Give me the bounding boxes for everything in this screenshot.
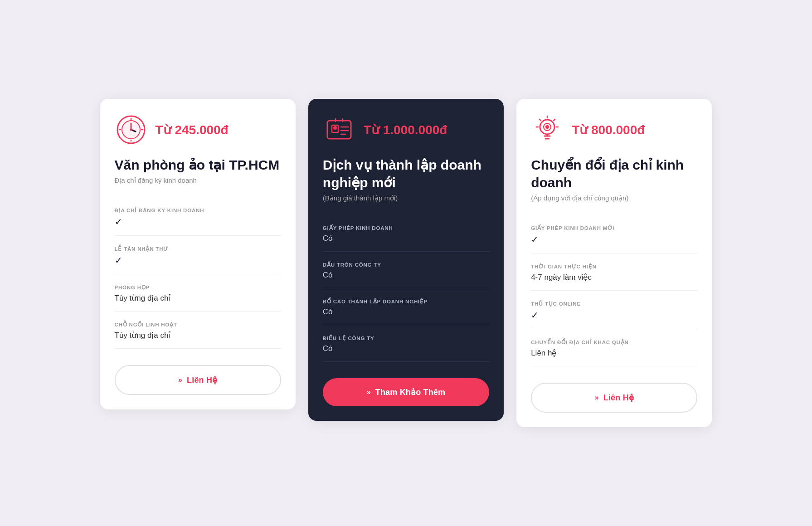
feature-label-3: CHỖ NGỒI LINH HOẠT	[115, 321, 281, 328]
feature-value-0: Có	[323, 234, 489, 252]
feature-value-3: Có	[323, 344, 489, 362]
svg-point-12	[333, 126, 337, 130]
card-virtual-office: Từ 245.000đVăn phòng ảo tại TP.HCMĐịa ch…	[100, 99, 296, 409]
feature-label-2: THỦ TỤC ONLINE	[531, 301, 697, 307]
feature-value-2: Có	[323, 307, 489, 325]
id-card-icon	[323, 113, 355, 146]
feature-value-1: ✓	[115, 255, 281, 274]
svg-line-27	[540, 119, 541, 121]
svg-rect-10	[327, 121, 351, 139]
card-subtitle: (Áp dụng với địa chỉ cùng quận)	[531, 194, 697, 202]
chevrons-icon: »	[595, 394, 599, 402]
card-address-change: Từ 800.000đChuyển đổi địa chỉ kinh doanh…	[516, 99, 712, 427]
feature-label-2: BỔ CÁO THÀNH LẬP DOANH NGHIỆP	[323, 298, 489, 305]
card-header: Từ 1.000.000đ	[323, 113, 489, 146]
feature-value-1: Có	[323, 271, 489, 288]
cards-container: Từ 245.000đVăn phòng ảo tại TP.HCMĐịa ch…	[100, 99, 712, 427]
cta-button-company-establishment[interactable]: »Tham Khảo Thêm	[323, 378, 489, 406]
svg-line-28	[554, 119, 555, 121]
button-label: Tham Khảo Thêm	[375, 387, 446, 397]
card-price: Từ 245.000đ	[156, 122, 229, 137]
card-subtitle: Địa chỉ đăng ký kinh doanh	[115, 176, 281, 185]
feature-label-3: CHUYỂN ĐỔI ĐỊA CHỈ KHÁC QUẬN	[531, 339, 697, 346]
card-subtitle: (Bảng giá thành lập mới)	[323, 194, 489, 202]
svg-point-5	[130, 129, 132, 131]
card-title: Văn phòng ảo tại TP.HCM	[115, 156, 281, 174]
feature-value-2: ✓	[531, 310, 697, 329]
lightbulb-icon	[531, 113, 564, 146]
feature-label-3: ĐIỀU LỆ CÔNG TY	[323, 335, 489, 341]
feature-label-2: PHÒNG HỌP	[115, 284, 281, 291]
feature-label-0: ĐỊA CHỈ ĐĂNG KÝ KINH DOANH	[115, 207, 281, 214]
feature-value-2: Tùy từng địa chỉ	[115, 293, 281, 312]
feature-label-0: GIẤY PHÉP KINH DOANH MỚI	[531, 225, 697, 231]
card-company-establishment: Từ 1.000.000đDịch vụ thành lập doanh ngh…	[308, 99, 504, 421]
feature-label-1: DẤU TRÒN CÔNG TY	[323, 262, 489, 268]
svg-point-29	[545, 125, 549, 129]
cta-button-virtual-office[interactable]: »Liên Hệ	[115, 365, 281, 395]
feature-value-1: 4-7 ngày làm việc	[531, 273, 697, 291]
chevrons-icon: »	[367, 388, 371, 396]
card-price: Từ 800.000đ	[572, 122, 645, 137]
clock-icon	[115, 113, 147, 146]
feature-label-1: LỄ TÂN NHẬN THƯ	[115, 246, 281, 252]
card-header: Từ 800.000đ	[531, 113, 697, 146]
card-header: Từ 245.000đ	[115, 113, 281, 146]
cta-button-address-change[interactable]: »Liên Hệ	[531, 383, 697, 413]
card-price: Từ 1.000.000đ	[364, 122, 447, 137]
card-title: Chuyển đổi địa chỉ kinh doanh	[531, 156, 697, 191]
feature-value-3: Liên hệ	[531, 348, 697, 366]
card-title: Dịch vụ thành lập doanh nghiệp mới	[323, 156, 489, 191]
feature-value-0: ✓	[115, 216, 281, 236]
feature-label-1: THỜI GIAN THỰC HIỆN	[531, 263, 697, 270]
feature-value-3: Tùy từng địa chỉ	[115, 331, 281, 349]
chevrons-icon: »	[178, 376, 182, 384]
feature-label-0: GIẤY PHÉP KINH DOANH	[323, 225, 489, 231]
button-label: Liên Hệ	[187, 375, 217, 385]
button-label: Liên Hệ	[603, 393, 634, 403]
feature-value-0: ✓	[531, 234, 697, 253]
